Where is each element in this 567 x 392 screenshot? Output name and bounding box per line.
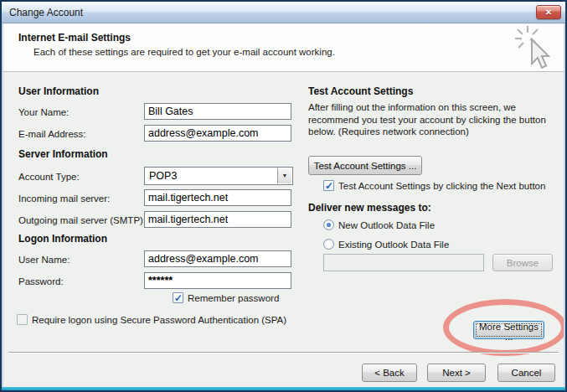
your-name-label: Your Name: (18, 107, 69, 117)
password-field[interactable] (144, 272, 291, 289)
account-type-value: POP3 (149, 170, 177, 182)
title-bar[interactable]: Change Account ✕ (2, 2, 565, 23)
browse-button: Browse (492, 254, 553, 271)
window-title: Change Account (9, 7, 83, 18)
section-server-information: Server Information (18, 148, 108, 160)
footer-divider (8, 352, 559, 353)
email-address-label: E-mail Address: (18, 129, 86, 139)
test-settings-description: After filling out the information on thi… (308, 101, 556, 138)
outgoing-server-field[interactable] (144, 211, 291, 228)
section-test-account-settings: Test Account Settings (308, 85, 413, 97)
back-button[interactable]: < Back (362, 364, 417, 382)
checkbox-checked-icon[interactable] (323, 180, 334, 191)
user-name-field[interactable] (144, 250, 291, 267)
radio-unselected-icon[interactable] (323, 239, 334, 250)
close-icon[interactable]: ✕ (536, 5, 561, 19)
test-on-next-checkbox[interactable]: Test Account Settings by clicking the Ne… (323, 180, 545, 191)
page-subtitle: Each of these settings are required to g… (34, 47, 335, 57)
more-settings-button[interactable]: More Settings ... (473, 321, 544, 339)
spa-label: Require logon using Secure Password Auth… (32, 315, 286, 325)
radio-new-data-file[interactable]: New Outlook Data File (323, 219, 435, 230)
spa-checkbox[interactable]: Require logon using Secure Password Auth… (17, 314, 286, 325)
new-data-file-label: New Outlook Data File (338, 220, 435, 230)
checkbox-checked-icon[interactable] (173, 292, 183, 303)
your-name-field[interactable] (144, 103, 291, 120)
section-user-information: User Information (18, 85, 99, 97)
user-name-label: User Name: (18, 255, 70, 265)
radio-selected-icon[interactable] (323, 219, 334, 230)
outgoing-server-label: Outgoing mail server (SMTP): (18, 215, 146, 225)
checkbox-unchecked-icon[interactable] (17, 314, 28, 325)
cancel-button[interactable]: Cancel (497, 364, 555, 382)
remember-password-label: Remember password (188, 293, 279, 303)
next-button[interactable]: Next > (427, 364, 486, 382)
section-deliver-new-messages: Deliver new messages to: (308, 202, 431, 214)
wizard-header: Internet E-mail Settings Each of these s… (2, 24, 565, 72)
test-account-settings-button[interactable]: Test Account Settings ... (308, 156, 422, 175)
incoming-server-field[interactable] (144, 189, 291, 206)
account-type-label: Account Type: (18, 172, 80, 182)
window-edge-left (2, 23, 3, 388)
radio-existing-data-file[interactable]: Existing Outlook Data File (323, 239, 449, 250)
account-type-dropdown[interactable]: POP3 ▼ (144, 167, 293, 185)
section-logon-information: Logon Information (18, 233, 107, 245)
data-file-path-field (323, 254, 484, 271)
remember-password-checkbox[interactable]: Remember password (173, 292, 279, 303)
password-label: Password: (18, 276, 64, 286)
page-title: Internet E-mail Settings (18, 32, 131, 44)
window-edge-bottom (2, 387, 565, 390)
existing-data-file-label: Existing Outlook Data File (338, 240, 449, 250)
incoming-server-label: Incoming mail server: (18, 193, 110, 204)
test-on-next-label: Test Account Settings by clicking the Ne… (338, 181, 545, 191)
change-account-dialog: Change Account ✕ Internet E-mail Setting… (0, 0, 567, 392)
window-edge-right (564, 23, 565, 388)
email-address-field[interactable] (144, 125, 291, 142)
chevron-down-icon[interactable]: ▼ (277, 168, 291, 183)
cursor-sparkle-icon (513, 24, 557, 71)
